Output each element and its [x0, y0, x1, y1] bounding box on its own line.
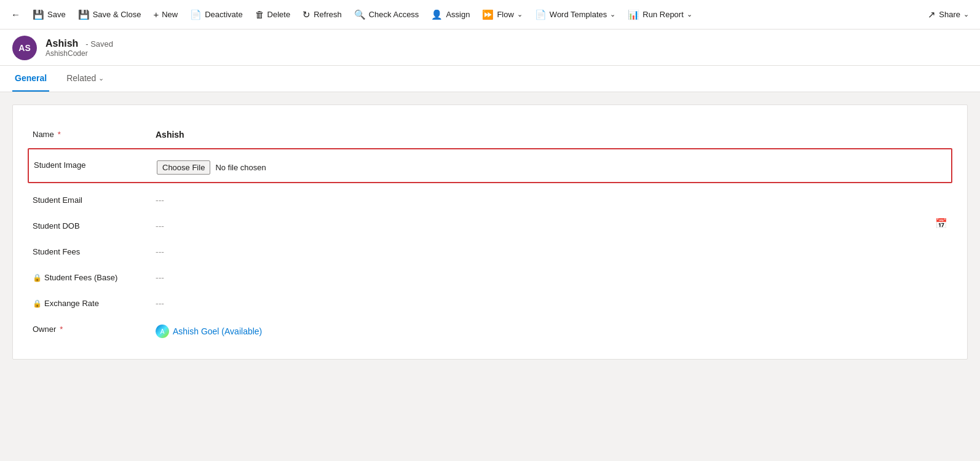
share-chevron-icon: ⌄	[963, 10, 969, 18]
field-label-name: Name *	[33, 126, 156, 139]
word-templates-icon: 📄	[535, 9, 547, 20]
word-templates-button[interactable]: 📄 Word Templates ⌄	[529, 0, 622, 29]
field-row-owner: Owner * A Ashish Goel (Available)	[33, 315, 947, 344]
lock-icon-fees-base: 🔒	[33, 274, 42, 282]
header-name: Ashish	[45, 38, 78, 49]
delete-button[interactable]: 🗑 Delete	[249, 0, 297, 29]
new-icon: +	[153, 9, 159, 20]
run-report-icon: 📊	[628, 9, 639, 20]
field-row-student-dob: Student DOB --- 📅	[33, 211, 947, 237]
tab-general[interactable]: General	[12, 66, 49, 92]
choose-file-button[interactable]: Choose File	[157, 160, 210, 175]
owner-link[interactable]: A Ashish Goel (Available)	[156, 325, 947, 338]
back-icon: ←	[11, 9, 20, 20]
tab-general-label: General	[15, 73, 47, 83]
tab-related[interactable]: Related ⌄	[64, 66, 106, 92]
tab-related-label: Related	[66, 73, 96, 83]
owner-name: Ashish Goel (Available)	[173, 326, 262, 336]
new-button[interactable]: + New	[147, 0, 184, 29]
form-card: Name * Ashish Student Image Choose File …	[12, 104, 968, 360]
word-templates-chevron-icon: ⌄	[610, 10, 615, 18]
calendar-icon[interactable]: 📅	[935, 218, 947, 229]
field-value-student-email: ---	[156, 192, 947, 205]
student-image-highlight: Student Image Choose File No file chosen	[28, 148, 952, 183]
save-close-button[interactable]: 💾 Save & Close	[72, 0, 148, 29]
field-label-student-dob: Student DOB	[33, 218, 156, 230]
refresh-button[interactable]: ↻ Refresh	[296, 0, 348, 29]
field-value-student-fees-base: ---	[156, 269, 947, 283]
save-button[interactable]: 💾 Save	[26, 0, 72, 29]
owner-required-indicator: *	[60, 325, 63, 334]
flow-icon: ⏩	[482, 9, 494, 20]
share-button[interactable]: ↗ Share ⌄	[922, 0, 975, 29]
check-access-icon: 🔍	[354, 9, 366, 20]
assign-button[interactable]: 👤 Assign	[425, 0, 476, 29]
header-name-row: Ashish - Saved	[45, 38, 113, 49]
field-label-student-fees: Student Fees	[33, 243, 156, 256]
lock-icon-exchange-rate: 🔒	[33, 299, 42, 308]
field-label-exchange-rate: 🔒 Exchange Rate	[33, 295, 156, 308]
flow-chevron-icon: ⌄	[517, 10, 523, 18]
name-required-indicator: *	[58, 130, 61, 139]
save-close-icon: 💾	[78, 9, 90, 20]
save-icon: 💾	[33, 9, 44, 20]
delete-icon: 🗑	[255, 9, 264, 20]
field-value-exchange-rate: ---	[156, 295, 947, 309]
deactivate-icon: 📄	[190, 9, 202, 20]
field-label-owner: Owner *	[33, 321, 156, 334]
field-label-student-fees-base: 🔒 Student Fees (Base)	[33, 269, 156, 282]
assign-icon: 👤	[431, 9, 443, 20]
back-button[interactable]: ←	[5, 0, 26, 29]
header-info: Ashish - Saved AshishCoder	[45, 38, 113, 58]
field-row-exchange-rate: 🔒 Exchange Rate ---	[33, 289, 947, 315]
field-value-student-fees: ---	[156, 243, 947, 257]
check-access-button[interactable]: 🔍 Check Access	[348, 0, 425, 29]
file-input-area: Choose File No file chosen	[157, 160, 946, 175]
field-value-owner: A Ashish Goel (Available)	[156, 321, 947, 338]
field-row-student-image: Student Image Choose File No file chosen	[34, 152, 946, 179]
toolbar: ← 💾 Save 💾 Save & Close + New 📄 Deactiva…	[0, 0, 980, 30]
run-report-button[interactable]: 📊 Run Report ⌄	[622, 0, 698, 29]
no-file-text: No file chosen	[215, 163, 266, 172]
owner-avatar: A	[156, 325, 169, 338]
tab-related-chevron-icon: ⌄	[98, 74, 104, 82]
avatar: AS	[12, 36, 37, 60]
tabs: General Related ⌄	[0, 66, 980, 92]
share-icon: ↗	[928, 9, 936, 20]
field-value-name: Ashish	[156, 126, 947, 140]
field-row-student-email: Student Email ---	[33, 186, 947, 211]
refresh-icon: ↻	[302, 9, 310, 20]
deactivate-button[interactable]: 📄 Deactivate	[184, 0, 248, 29]
field-row-name: Name * Ashish	[33, 120, 947, 146]
field-label-student-image: Student Image	[34, 157, 157, 170]
page-content: Name * Ashish Student Image Choose File …	[0, 92, 980, 455]
field-label-student-email: Student Email	[33, 192, 156, 205]
field-value-student-image: Choose File No file chosen	[157, 157, 946, 175]
field-value-student-dob: ---	[156, 218, 947, 231]
header: AS Ashish - Saved AshishCoder	[0, 30, 980, 66]
run-report-chevron-icon: ⌄	[687, 10, 692, 18]
header-subtitle: AshishCoder	[45, 49, 113, 58]
field-row-student-fees-base: 🔒 Student Fees (Base) ---	[33, 263, 947, 289]
header-saved-status: - Saved	[85, 39, 113, 49]
field-row-student-fees: Student Fees ---	[33, 237, 947, 263]
flow-button[interactable]: ⏩ Flow ⌄	[476, 0, 528, 29]
